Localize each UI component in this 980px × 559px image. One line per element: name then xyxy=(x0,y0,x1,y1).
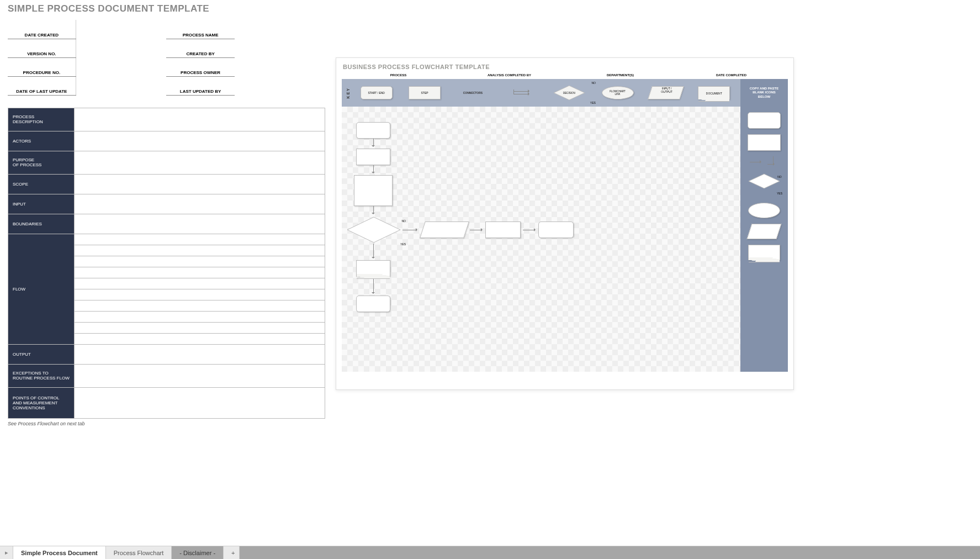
flow-row-5[interactable] xyxy=(75,278,325,289)
footnote: See Process Flowchart on next tab xyxy=(8,421,325,426)
label-boundaries: BOUNDARIES xyxy=(8,214,75,234)
flow-row-8[interactable] xyxy=(75,311,325,322)
flow-row-9[interactable] xyxy=(75,322,325,333)
arrow-icon xyxy=(470,230,482,230)
tab-process-flowchart[interactable]: Process Flowchart xyxy=(106,546,172,560)
node-step-1[interactable] xyxy=(356,149,390,165)
flow-row-10[interactable] xyxy=(75,333,325,344)
tab-bar-remainder xyxy=(240,546,980,560)
node-no-label: NO xyxy=(402,219,406,223)
shape-palette: NO YES xyxy=(740,107,788,372)
palette-connector-arrows-icon[interactable] xyxy=(750,156,778,167)
label-actors: ACTORS xyxy=(8,131,75,151)
metadata-table: DATE CREATED PROCESS NAME VERSION NO. CR… xyxy=(8,20,325,96)
tab-add-button[interactable]: + xyxy=(224,546,240,560)
label-date-last-update: DATE OF LAST UPDATE xyxy=(8,76,76,95)
value-date-last-update[interactable] xyxy=(76,76,166,95)
value-created-by[interactable] xyxy=(235,39,325,57)
palette-ellipse-icon[interactable] xyxy=(748,203,780,218)
node-decision[interactable]: NO YES xyxy=(345,216,402,246)
label-points: POINTS OF CONTROL AND MEASUREMENT CONVEN… xyxy=(8,387,75,418)
label-created-by: CREATED BY xyxy=(166,39,234,57)
flow-row-2[interactable] xyxy=(75,245,325,256)
arrow-icon xyxy=(523,230,535,230)
value-output[interactable] xyxy=(75,344,325,364)
node-document[interactable] xyxy=(356,260,390,277)
value-exceptions[interactable] xyxy=(75,364,325,387)
label-purpose: PURPOSE OF PROCESS xyxy=(8,151,75,174)
process-document-panel: SIMPLE PROCESS DOCUMENT TEMPLATE DATE CR… xyxy=(8,3,325,426)
palette-process-icon[interactable] xyxy=(748,134,781,151)
header-department: DEPARTMENT(S) xyxy=(565,73,676,77)
key-label: KEY xyxy=(344,87,352,98)
palette-io-icon[interactable] xyxy=(746,224,781,239)
node-step-3[interactable] xyxy=(485,222,521,238)
svg-text:DECISION: DECISION xyxy=(563,92,575,94)
flow-row-4[interactable] xyxy=(75,267,325,278)
svg-marker-3 xyxy=(749,174,780,188)
label-process-description: PROCESS DESCRIPTION xyxy=(8,108,75,131)
arrow-icon xyxy=(373,165,374,173)
flow-row-7[interactable] xyxy=(75,300,325,311)
sheet-tab-bar: ▸ Simple Process Document Process Flowch… xyxy=(0,546,980,559)
flowchart-checker-area[interactable]: NO YES xyxy=(342,107,740,372)
node-yes-label: YES xyxy=(400,242,406,246)
svg-marker-2 xyxy=(347,217,400,242)
legend-no-label: NO xyxy=(591,81,596,85)
arrow-icon xyxy=(373,206,374,214)
label-flow: FLOW xyxy=(8,234,75,344)
sections-table: PROCESS DESCRIPTION ACTORS PURPOSE OF PR… xyxy=(8,108,325,419)
legend-terminator-icon: START / END xyxy=(361,86,393,99)
legend-document-icon: DOCUMENT xyxy=(698,86,730,99)
palette-document-icon[interactable] xyxy=(748,245,780,260)
node-io[interactable] xyxy=(420,222,469,238)
node-end-1[interactable] xyxy=(538,222,574,238)
value-date-created[interactable] xyxy=(76,20,166,39)
node-start[interactable] xyxy=(356,122,390,139)
legend-yes-label: YES xyxy=(590,101,596,104)
flow-row-1[interactable] xyxy=(75,234,325,245)
value-process-description[interactable] xyxy=(75,108,325,131)
flowchart-panel: BUSINESS PROCESS FLOWCHART TEMPLATE PROC… xyxy=(336,57,794,390)
arrow-icon xyxy=(373,279,374,293)
arrow-icon xyxy=(373,139,374,146)
header-date: DATE COMPLETED xyxy=(676,73,787,77)
label-date-created: DATE CREATED xyxy=(8,20,76,39)
key-strip: KEY START / END STEP CONNECTORS DECISION… xyxy=(342,79,740,107)
legend-connectors-label: CONNECTORS xyxy=(463,91,483,94)
value-purpose[interactable] xyxy=(75,151,325,174)
document-title: SIMPLE PROCESS DOCUMENT TEMPLATE xyxy=(8,3,325,14)
legend-decision-icon: DECISION xyxy=(553,85,586,101)
value-process-owner[interactable] xyxy=(235,57,325,76)
value-process-name[interactable] xyxy=(235,20,325,39)
label-last-updated-by: LAST UPDATED BY xyxy=(166,76,234,95)
value-procedure-no[interactable] xyxy=(76,57,166,76)
palette-terminator-icon[interactable] xyxy=(748,112,781,129)
legend-connector-arrows-icon xyxy=(513,91,529,94)
node-end-2[interactable] xyxy=(356,296,390,312)
value-scope[interactable] xyxy=(75,174,325,194)
value-boundaries[interactable] xyxy=(75,214,325,234)
copy-strip-header: COPY AND PASTE BLANK ICONS BELOW xyxy=(748,87,781,102)
tab-scroll-start-icon[interactable]: ▸ xyxy=(0,546,13,560)
flowchart-canvas: NO YES NO YES xyxy=(342,107,788,372)
label-exceptions: EXCEPTIONS TO ROUTINE PROCESS FLOW xyxy=(8,364,75,387)
value-input[interactable] xyxy=(75,194,325,214)
value-actors[interactable] xyxy=(75,131,325,151)
palette-decision-icon[interactable] xyxy=(748,173,781,189)
value-last-updated-by[interactable] xyxy=(235,76,325,95)
label-scope: SCOPE xyxy=(8,174,75,194)
legend-io-icon: INPUT / OUTPUT xyxy=(648,86,684,99)
tab-simple-process-document[interactable]: Simple Process Document xyxy=(13,546,106,560)
legend-link-icon: FLOWCHART LINK xyxy=(602,86,634,99)
tab-disclaimer[interactable]: - Disclaimer - xyxy=(172,546,224,560)
flowchart-title: BUSINESS PROCESS FLOWCHART TEMPLATE xyxy=(336,58,793,73)
label-procedure-no: PROCEDURE NO. xyxy=(8,57,76,76)
value-points[interactable] xyxy=(75,387,325,418)
copy-strip-header-box: COPY AND PASTE BLANK ICONS BELOW xyxy=(740,79,788,107)
legend-process-icon: STEP xyxy=(409,86,441,99)
node-step-2[interactable] xyxy=(354,175,393,206)
flow-row-3[interactable] xyxy=(75,256,325,267)
flow-row-6[interactable] xyxy=(75,289,325,300)
value-version-no[interactable] xyxy=(76,39,166,57)
